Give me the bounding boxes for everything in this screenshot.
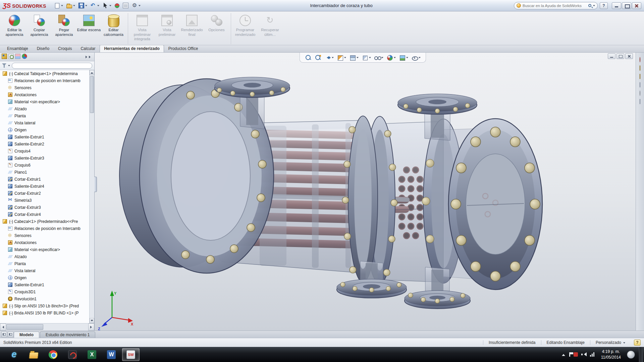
- doc-close-button[interactable]: [625, 53, 633, 59]
- edit-scene-button[interactable]: Editar escena: [76, 13, 101, 44]
- save-button[interactable]: [77, 2, 89, 9]
- tree-item[interactable]: Origen: [0, 274, 89, 281]
- tree-item[interactable]: Sensores: [0, 232, 89, 239]
- tray-volume-icon[interactable]: [581, 352, 587, 357]
- filter-funnel-icon[interactable]: [2, 63, 6, 68]
- apply-scene-button[interactable]: [397, 54, 409, 61]
- new-document-button[interactable]: [53, 2, 64, 9]
- doc-restore-button[interactable]: [616, 53, 624, 59]
- tree-item[interactable]: Saliente-Extruir2: [0, 140, 89, 147]
- tree-item[interactable]: Cortar-Extruir3: [0, 204, 89, 211]
- tree-item[interactable]: Saliente-Extruir1: [0, 281, 89, 288]
- doc-minimize-button[interactable]: [608, 53, 615, 59]
- section-view-button[interactable]: [335, 54, 347, 61]
- tree-item[interactable]: Alzado: [0, 253, 89, 260]
- tree-item[interactable]: Vista lateral: [0, 119, 89, 126]
- dropdown-caret-icon[interactable]: [73, 5, 75, 7]
- tree-item[interactable]: (-) Brida ANSI 150 lb RF BLIND <1> (P: [0, 309, 89, 316]
- copy-appearance-button[interactable]: Copiar apariencia: [27, 13, 52, 44]
- integrated-preview-button[interactable]: Vista preliminar integrada: [130, 13, 155, 44]
- tree-item[interactable]: Origen: [0, 126, 89, 133]
- hidden-icons-arrow-icon[interactable]: [562, 352, 565, 356]
- taskpane-file-explorer[interactable]: [640, 74, 640, 79]
- tree-item[interactable]: Relaciones de posición en Intercamb: [0, 77, 89, 84]
- tree-item[interactable]: Simetría3: [0, 197, 89, 204]
- taskpane-custom-properties[interactable]: [640, 99, 640, 104]
- tree-item[interactable]: Material <sin especificar>: [0, 246, 89, 253]
- dropdown-caret-icon[interactable]: [406, 57, 408, 59]
- options-button[interactable]: [130, 2, 142, 9]
- minimize-button[interactable]: [612, 2, 621, 9]
- dropdown-caret-icon[interactable]: [61, 5, 63, 7]
- show-desktop-button[interactable]: [639, 347, 643, 362]
- taskbar-word[interactable]: W: [103, 348, 120, 361]
- render-options-button[interactable]: Opciones: [204, 13, 231, 44]
- tab-modelo[interactable]: Modelo: [14, 331, 39, 338]
- dropdown-caret-icon[interactable]: [139, 5, 141, 7]
- tree-vertical-scrollbar[interactable]: [89, 70, 94, 323]
- paste-appearance-button[interactable]: Pegar apariencia: [52, 13, 76, 44]
- help-search-box[interactable]: [514, 2, 598, 9]
- tree-item[interactable]: (-) Slip on ANSI 150 Lb 8inch<3> (Pred: [0, 302, 89, 309]
- taskpane-design-library[interactable]: [640, 66, 640, 70]
- tree-item[interactable]: Anotaciones: [0, 91, 89, 98]
- scroll-right-icon[interactable]: [88, 323, 94, 330]
- tree-horizontal-scrollbar[interactable]: [0, 323, 94, 330]
- scroll-down-icon[interactable]: [90, 318, 94, 323]
- tree-item[interactable]: Relaciones de posición en Intercamb: [0, 225, 89, 232]
- zoom-fit-button[interactable]: [304, 54, 312, 61]
- tree-filter-input[interactable]: [12, 63, 92, 69]
- hide-show-items-button[interactable]: [373, 54, 384, 61]
- tree-item[interactable]: (-) Cabezal Tabique<1> (Predetermina: [0, 70, 89, 77]
- view-settings-button[interactable]: [410, 54, 421, 61]
- undo-button[interactable]: [89, 2, 101, 9]
- tree-item[interactable]: Planta: [0, 260, 89, 267]
- file-properties-button[interactable]: [121, 2, 130, 9]
- tree-item[interactable]: Saliente-Extruir4: [0, 183, 89, 190]
- taskbar-solidworks[interactable]: SW: [122, 348, 140, 361]
- units-caret-icon[interactable]: [623, 342, 625, 345]
- previous-view-button[interactable]: [323, 54, 334, 61]
- tree-item[interactable]: Vista lateral: [0, 267, 89, 274]
- tree-item[interactable]: Plano1: [0, 169, 89, 176]
- help-search-input[interactable]: [523, 4, 587, 8]
- display-style-button[interactable]: [360, 54, 372, 61]
- dropdown-caret-icon[interactable]: [393, 57, 395, 59]
- scrollbar-thumb[interactable]: [90, 76, 94, 113]
- zoom-area-button[interactable]: [313, 54, 322, 61]
- rebuild-button[interactable]: [113, 2, 121, 9]
- dropdown-caret-icon[interactable]: [344, 57, 346, 59]
- recall-last-render-button[interactable]: Recuperar últim...: [258, 13, 282, 44]
- tab-ensamblaje[interactable]: Ensamblaje: [3, 45, 33, 52]
- filter-caret-icon[interactable]: [8, 65, 10, 67]
- configurationmanager-tab[interactable]: [15, 54, 20, 60]
- final-render-button[interactable]: Renderizado final: [179, 13, 204, 44]
- panel-expand-chevron-icon[interactable]: [86, 56, 93, 58]
- tree-item[interactable]: Cortar-Extruir2: [0, 190, 89, 197]
- edit-appearance-button[interactable]: Editar la apariencia: [2, 13, 27, 44]
- search-caret-icon[interactable]: [593, 5, 595, 7]
- taskbar-chrome[interactable]: [44, 348, 62, 361]
- tray-solidworks-icon[interactable]: [574, 352, 578, 357]
- tree-item[interactable]: Cortar-Extruir4: [0, 211, 89, 218]
- tree-item[interactable]: Saliente-Extruir1: [0, 133, 89, 140]
- tray-ball-icon[interactable]: [627, 351, 635, 359]
- taskbar-internet-explorer[interactable]: e: [5, 348, 23, 361]
- end-flange[interactable]: [443, 119, 542, 290]
- dropdown-caret-icon[interactable]: [331, 57, 333, 59]
- tree-item[interactable]: Alzado: [0, 105, 89, 112]
- taskpane-view-palette[interactable]: [640, 82, 640, 87]
- tree-item[interactable]: (-) Cabezal<1> (Predeterminado<<Pre: [0, 218, 89, 225]
- tree-item[interactable]: Planta: [0, 112, 89, 119]
- edit-appearance-hud-button[interactable]: [385, 54, 396, 61]
- tab-diseno[interactable]: Diseño: [33, 45, 54, 52]
- tray-flag-icon[interactable]: [569, 352, 570, 357]
- propertymanager-tab[interactable]: [8, 54, 14, 60]
- dropdown-caret-icon[interactable]: [109, 5, 111, 7]
- tab-calcular[interactable]: Calcular: [76, 45, 100, 52]
- taskbar-file-explorer[interactable]: [25, 348, 42, 361]
- split-horizontal-button[interactable]: [1, 331, 7, 337]
- featuremanager-tab[interactable]: [2, 54, 7, 60]
- units-selector[interactable]: Personalizado: [590, 340, 631, 345]
- heat-exchanger-model[interactable]: Y X Z: [95, 53, 636, 330]
